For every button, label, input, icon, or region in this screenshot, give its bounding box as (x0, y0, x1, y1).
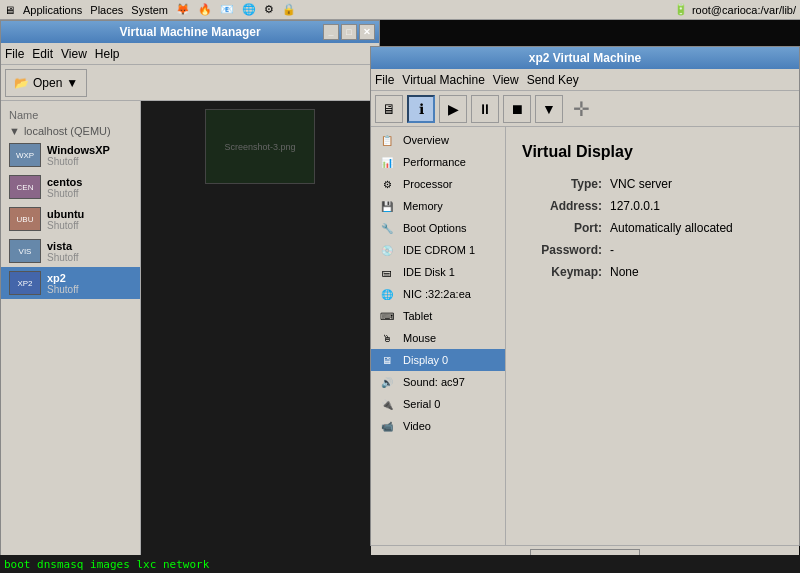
vm-item-xp2[interactable]: XP2 xp2 Shutoff (1, 267, 140, 299)
detail-value-type: VNC server (610, 177, 672, 191)
detail-label-type: Type: (522, 177, 602, 191)
hw-icon-video: 📹 (377, 418, 397, 434)
hw-icon-performance: 📊 (377, 154, 397, 170)
vm-name-xp2: xp2 (47, 272, 79, 284)
detail-value-address: 127.0.0.1 (610, 199, 660, 213)
system-menu[interactable]: System (131, 4, 168, 16)
vmm-main-area: Screenshot-3.png (141, 101, 379, 572)
vm-item-windowsxp[interactable]: WXP WindowsXP Shutoff (1, 139, 140, 171)
terminal-text: boot dnsmasq images lxc network (4, 558, 209, 571)
xp2-detail-panel: Virtual Display Type: VNC server Address… (506, 127, 799, 545)
xp2-menu-view[interactable]: View (493, 73, 519, 87)
vm-screen-btn[interactable]: 🖥 (375, 95, 403, 123)
places-menu[interactable]: Places (90, 4, 123, 16)
vmm-close-btn[interactable]: ✕ (359, 24, 375, 40)
hw-icon-tablet: ⌨ (377, 308, 397, 324)
hw-label-memory: Memory (403, 200, 443, 212)
vmm-menu-view[interactable]: View (61, 47, 87, 61)
vmm-toolbar: 📂 Open ▼ (1, 65, 379, 101)
screenshot-label: Screenshot-3.png (224, 142, 295, 152)
vm-status-ubuntu: Shutoff (47, 220, 84, 231)
hw-icon-display0: 🖥 (377, 352, 397, 368)
hw-label-bootoptions: Boot Options (403, 222, 467, 234)
vm-info-windowsxp: WindowsXP Shutoff (47, 144, 110, 167)
vm-pause-btn[interactable]: ⏸ (471, 95, 499, 123)
vmm-minimize-btn[interactable]: _ (323, 24, 339, 40)
vm-icon-windowsxp: WXP (9, 143, 41, 167)
hw-icon-nic: 🌐 (377, 286, 397, 302)
icon6: 🔒 (282, 3, 296, 16)
vm-details-btn[interactable]: ℹ (407, 95, 435, 123)
hw-label-performance: Performance (403, 156, 466, 168)
hw-label-video: Video (403, 420, 431, 432)
icon1: 🦊 (176, 3, 190, 16)
icon5: ⚙ (264, 3, 274, 16)
hw-icon-overview: 📋 (377, 132, 397, 148)
vmm-menu-help[interactable]: Help (95, 47, 120, 61)
vm-icon-centos: CEN (9, 175, 41, 199)
hw-item-video[interactable]: 📹 Video (371, 415, 505, 437)
vmm-titlebar-buttons: _ □ ✕ (323, 24, 375, 40)
hw-item-performance[interactable]: 📊 Performance (371, 151, 505, 173)
system-bar: 🖥 Applications Places System 🦊 🔥 📧 🌐 ⚙ 🔒… (0, 0, 800, 20)
detail-row-keymap: Keymap: None (522, 265, 783, 279)
sidebar-name-label: Name (1, 105, 140, 123)
xp2-menu-virtualmachine[interactable]: Virtual Machine (402, 73, 485, 87)
hw-item-nic[interactable]: 🌐 NIC :32:2a:ea (371, 283, 505, 305)
hw-item-sound[interactable]: 🔊 Sound: ac97 (371, 371, 505, 393)
open-button[interactable]: 📂 Open ▼ (5, 69, 87, 97)
hw-item-display0[interactable]: 🖥 Display 0 (371, 349, 505, 371)
vm-item-ubuntu[interactable]: UBU ubuntu Shutoff (1, 203, 140, 235)
xp2-toolbar: 🖥 ℹ ▶ ⏸ ⏹ ▼ ✛ (371, 91, 799, 127)
hw-item-serial0[interactable]: 🔌 Serial 0 (371, 393, 505, 415)
vmm-window: Virtual Machine Manager _ □ ✕ File Edit … (0, 20, 380, 573)
xp2-hw-sidebar: 📋 Overview 📊 Performance ⚙ Processor 💾 M… (371, 127, 506, 545)
vm-menu-btn[interactable]: ▼ (535, 95, 563, 123)
hw-item-tablet[interactable]: ⌨ Tablet (371, 305, 505, 327)
vmm-sidebar: Name ▼ localhost (QEMU) WXP WindowsXP Sh… (1, 101, 141, 572)
hw-label-processor: Processor (403, 178, 453, 190)
vmm-title: Virtual Machine Manager (119, 25, 260, 39)
detail-value-keymap: None (610, 265, 639, 279)
vm-run-btn[interactable]: ▶ (439, 95, 467, 123)
hw-label-sound: Sound: ac97 (403, 376, 465, 388)
hw-item-overview[interactable]: 📋 Overview (371, 129, 505, 151)
hw-item-memory[interactable]: 💾 Memory (371, 195, 505, 217)
app-icon: 🖥 (4, 4, 15, 16)
detail-label-address: Address: (522, 199, 602, 213)
icon3: 📧 (220, 3, 234, 16)
vmm-menu-edit[interactable]: Edit (32, 47, 53, 61)
detail-label-keymap: Keymap: (522, 265, 602, 279)
hw-icon-processor: ⚙ (377, 176, 397, 192)
vm-info-ubuntu: ubuntu Shutoff (47, 208, 84, 231)
vm-name-centos: centos (47, 176, 82, 188)
xp2-menu-file[interactable]: File (375, 73, 394, 87)
vm-stop-btn[interactable]: ⏹ (503, 95, 531, 123)
hw-item-mouse[interactable]: 🖱 Mouse (371, 327, 505, 349)
vmm-menu-file[interactable]: File (5, 47, 24, 61)
hw-item-bootoptions[interactable]: 🔧 Boot Options (371, 217, 505, 239)
hw-label-nic: NIC :32:2a:ea (403, 288, 471, 300)
detail-row-password: Password: - (522, 243, 783, 257)
hw-item-idedisk[interactable]: 🖴 IDE Disk 1 (371, 261, 505, 283)
xp2-content: 📋 Overview 📊 Performance ⚙ Processor 💾 M… (371, 127, 799, 545)
hw-item-idecdrom[interactable]: 💿 IDE CDROM 1 (371, 239, 505, 261)
vm-icon-vista: VIS (9, 239, 41, 263)
terminal-bar: boot dnsmasq images lxc network (0, 555, 800, 573)
vm-item-vista[interactable]: VIS vista Shutoff (1, 235, 140, 267)
xp2-titlebar: xp2 Virtual Machine (371, 47, 799, 69)
localhost-group: ▼ localhost (QEMU) (1, 123, 140, 139)
detail-value-port: Automatically allocated (610, 221, 733, 235)
vm-move-btn[interactable]: ✛ (567, 95, 595, 123)
hw-label-tablet: Tablet (403, 310, 432, 322)
xp2-menu-sendkey[interactable]: Send Key (527, 73, 579, 87)
hw-item-processor[interactable]: ⚙ Processor (371, 173, 505, 195)
vm-name-ubuntu: ubuntu (47, 208, 84, 220)
vm-status-windowsxp: Shutoff (47, 156, 110, 167)
applications-menu[interactable]: Applications (23, 4, 82, 16)
vm-item-centos[interactable]: CEN centos Shutoff (1, 171, 140, 203)
hw-icon-mouse: 🖱 (377, 330, 397, 346)
vmm-maximize-btn[interactable]: □ (341, 24, 357, 40)
detail-label-port: Port: (522, 221, 602, 235)
vm-info-centos: centos Shutoff (47, 176, 82, 199)
